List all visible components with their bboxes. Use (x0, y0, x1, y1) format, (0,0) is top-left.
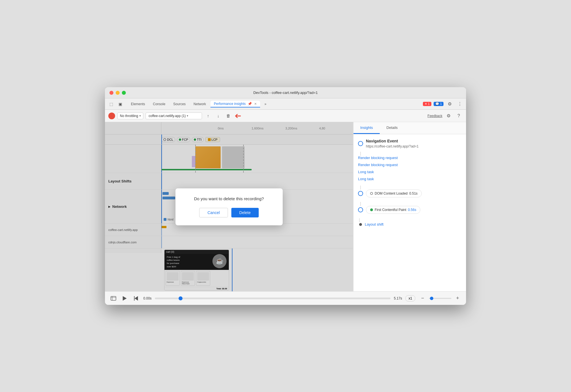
window-title: DevTools - coffee-cart.netlify.app/?ad=1 (253, 91, 318, 95)
tab-details[interactable]: Details (380, 122, 405, 134)
dcl-badge-circle (370, 192, 373, 195)
import-icon[interactable]: ↓ (214, 112, 222, 120)
nav-event-row: Navigation Event https://coffee-cart.net… (358, 139, 462, 148)
time-start: 0.00s (143, 296, 151, 300)
cursor-icon[interactable]: ⬚ (107, 100, 115, 108)
progress-thumb[interactable] (179, 296, 183, 300)
help-icon[interactable]: ? (455, 112, 463, 120)
zoom-controls: − + (419, 294, 462, 302)
long-task-link-2[interactable]: Long task (358, 177, 462, 181)
zoom-in-icon[interactable]: + (454, 294, 462, 302)
url-dropdown[interactable]: coffee-cart.netlify.app (1) ▾ (146, 113, 202, 119)
close-button[interactable] (109, 91, 113, 95)
nav-event-circle (358, 141, 363, 146)
feedback-button[interactable]: Feedback (427, 114, 442, 118)
url-dropdown-arrow: ▾ (187, 114, 188, 117)
layout-shift-row: Layout shift (358, 222, 462, 226)
maximize-button[interactable] (122, 91, 126, 95)
pin-icon: 📌 (248, 102, 252, 106)
tl-connector-4 (359, 218, 360, 222)
navigation-event-item: Navigation Event https://coffee-cart.net… (358, 139, 462, 181)
speed-badge[interactable]: x1 (405, 295, 415, 301)
timeline-panel: 0ms 1,600ms 3,200ms 4,80 DCL (105, 122, 353, 291)
settings-icon[interactable]: ⚙ (446, 100, 454, 108)
layout-shift-dot (359, 223, 362, 226)
title-bar: DevTools - coffee-cart.netlify.app/?ad=1 (105, 87, 466, 98)
nav-event-title: Navigation Event (366, 139, 419, 143)
fcp-badge-dot (370, 208, 373, 211)
throttling-dropdown[interactable]: No throttling ▾ (117, 113, 143, 119)
bottom-bar: 0.00s 5.17s x1 − + (105, 291, 466, 305)
tl-connector-3 (360, 202, 361, 206)
tab-insights[interactable]: Insights (353, 122, 380, 134)
fcp-row: First Contentful Paint 0.56s (358, 206, 462, 214)
minimize-button[interactable] (116, 91, 120, 95)
dcl-row: DOM Content Loaded 0.51s (358, 190, 462, 197)
layout-shift-link[interactable]: Layout shift (365, 222, 384, 226)
toolbar: No throttling ▾ coffee-cart.netlify.app … (105, 110, 466, 122)
svg-rect-4 (134, 296, 135, 301)
fcp-badge: First Contentful Paint 0.56s (366, 206, 420, 214)
more-tabs-button[interactable]: » (261, 101, 270, 107)
fcp-item: First Contentful Paint 0.56s (358, 202, 462, 214)
svg-marker-5 (135, 296, 138, 301)
progress-track[interactable] (155, 298, 390, 299)
delete-dialog: Do you want to delete this recording? Ca… (175, 188, 283, 225)
delete-dialog-overlay: Do you want to delete this recording? Ca… (105, 122, 353, 291)
nav-event-url: https://coffee-cart.netlify.app/?ad=1 (366, 144, 419, 148)
long-task-link-1[interactable]: Long task (358, 170, 462, 174)
insights-tabs: Insights Details (353, 122, 466, 134)
tab-close-icon[interactable]: ✕ (254, 102, 257, 105)
zoom-out-icon[interactable]: − (419, 294, 427, 302)
skip-to-start-icon[interactable] (132, 294, 140, 302)
delete-icon[interactable]: 🗑 (225, 112, 232, 120)
screenshot-toggle-icon[interactable] (109, 294, 117, 302)
cancel-button[interactable]: Cancel (199, 208, 228, 217)
arrow-indicator: ➔ (235, 111, 241, 120)
message-badge: 💬 1 (434, 102, 443, 106)
tab-bar-right: ✕ 1 💬 1 ⚙ ⋮ (423, 100, 464, 108)
export-icon[interactable]: ↑ (204, 112, 212, 120)
tab-sources[interactable]: Sources (170, 101, 189, 107)
render-blocking-link-1[interactable]: Render blocking request (358, 156, 462, 160)
zoom-thumb[interactable] (430, 297, 433, 300)
delete-button[interactable]: Delete (231, 208, 258, 217)
svg-rect-0 (111, 296, 116, 300)
svg-marker-3 (123, 296, 127, 301)
layout-shift-item: Layout shift (358, 218, 462, 226)
tab-bar: ⬚ ▣ Elements Console Sources Network Per… (105, 98, 466, 110)
tab-network[interactable]: Network (190, 101, 209, 107)
dcl-item: DOM Content Loaded 0.51s (358, 186, 462, 197)
dialog-buttons: Cancel Delete (185, 208, 274, 217)
insights-panel: Insights Details Navigation Event https:… (353, 122, 466, 291)
tl-connector-1 (360, 152, 361, 156)
devtools-window: DevTools - coffee-cart.netlify.app/?ad=1… (105, 87, 466, 305)
fcp-circle (358, 207, 363, 212)
dcl-circle (358, 191, 363, 196)
tab-nav-icons: ⬚ ▣ (107, 100, 124, 108)
tab-elements[interactable]: Elements (128, 101, 148, 107)
dialog-message: Do you want to delete this recording? (185, 196, 274, 201)
record-button[interactable] (108, 113, 115, 119)
dcl-badge: DOM Content Loaded 0.51s (366, 190, 422, 197)
render-blocking-link-2[interactable]: Render blocking request (358, 163, 462, 167)
time-end: 5.17s (394, 296, 402, 300)
tl-connector-2 (360, 186, 361, 190)
gear-icon[interactable]: ⚙ (445, 112, 453, 120)
error-badge: ✕ 1 (423, 102, 431, 106)
tab-performance-insights[interactable]: Performance insights 📌 ✕ (210, 101, 260, 107)
more-options-icon[interactable]: ⋮ (456, 100, 464, 108)
play-icon[interactable] (121, 294, 129, 302)
tab-console[interactable]: Console (150, 101, 169, 107)
throttling-dropdown-arrow: ▾ (139, 114, 141, 117)
main-area: 0ms 1,600ms 3,200ms 4,80 DCL (105, 122, 466, 291)
zoom-track[interactable] (429, 298, 451, 299)
insights-content: Navigation Event https://coffee-cart.net… (353, 134, 466, 291)
traffic-lights (109, 91, 126, 95)
panel-icon[interactable]: ▣ (116, 100, 124, 108)
